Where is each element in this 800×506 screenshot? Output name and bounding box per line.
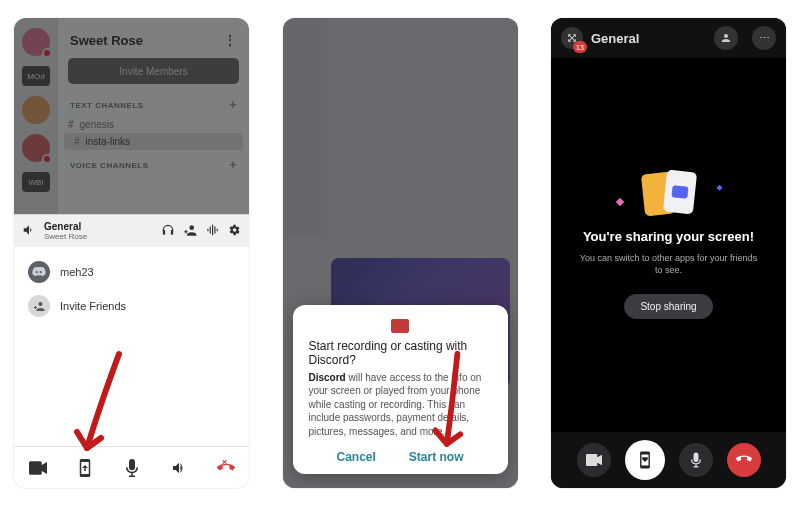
cancel-button[interactable]: Cancel	[337, 450, 376, 464]
invite-friends-label: Invite Friends	[60, 300, 126, 312]
hash-icon: #	[74, 136, 80, 147]
server-sidebar: MOd WBI	[14, 18, 58, 214]
text-channels-header[interactable]: TEXT CHANNELS	[70, 101, 144, 110]
participant-row[interactable]: meh23	[24, 255, 239, 289]
voice-channels-header[interactable]: VOICE CHANNELS	[70, 161, 149, 170]
cast-icon	[391, 319, 409, 333]
server-title: Sweet Rose	[70, 33, 143, 48]
mic-icon[interactable]	[126, 459, 138, 477]
speaker-icon[interactable]	[171, 460, 187, 476]
settings-icon[interactable]	[227, 223, 241, 240]
server-menu-icon[interactable]: ⋮	[223, 32, 237, 48]
call-controls-bar	[14, 446, 249, 488]
sharing-illustration	[639, 171, 699, 215]
voice-server-name: Sweet Rose	[44, 232, 153, 241]
dialog-title: Start recording or casting with Discord?	[309, 339, 492, 367]
sharing-heading: You're sharing your screen!	[583, 229, 754, 244]
noise-suppression-icon[interactable]	[205, 223, 219, 240]
channel-name: insta-links	[86, 136, 130, 147]
text-channel-item[interactable]: # insta-links	[64, 133, 243, 150]
screen-share-icon[interactable]	[77, 459, 93, 477]
server-avatar[interactable]: MOd	[22, 66, 50, 86]
notification-badge	[42, 48, 52, 58]
add-channel-icon[interactable]: +	[229, 158, 237, 172]
cast-permission-dialog: Start recording or casting with Discord?…	[293, 305, 508, 475]
voice-connected-panel: General Sweet Rose	[14, 214, 249, 247]
notification-badge: 13	[573, 41, 587, 53]
invite-members-button[interactable]: Invite Members	[68, 58, 239, 84]
screenshot-voice-channel: MOd WBI Sweet Rose ⋮ Invite Members TEXT…	[14, 18, 249, 488]
sparkle-icon	[717, 185, 723, 191]
add-channel-icon[interactable]: +	[229, 98, 237, 112]
mic-button[interactable]	[679, 443, 713, 477]
channel-list: Sweet Rose ⋮ Invite Members TEXT CHANNEL…	[58, 18, 249, 214]
invite-friends-row[interactable]: Invite Friends	[24, 289, 239, 323]
channel-name: genesis	[80, 119, 114, 130]
dialog-body: Discord will have access to the info on …	[309, 371, 492, 439]
voice-channel-name: General	[44, 221, 153, 232]
screenshot-sharing-screen: 13 General ⋯ You're sharing your screen!…	[551, 18, 786, 488]
video-button[interactable]	[577, 443, 611, 477]
sharing-status-area: You're sharing your screen! You can swit…	[551, 58, 786, 432]
server-avatar[interactable]	[22, 134, 50, 162]
headphones-icon[interactable]	[161, 223, 175, 240]
minimize-button[interactable]: 13	[561, 27, 583, 49]
server-avatar[interactable]	[22, 28, 50, 56]
hangup-button[interactable]	[727, 443, 761, 477]
screen-share-button-active[interactable]	[625, 440, 665, 480]
discord-avatar-icon	[28, 261, 50, 283]
server-avatar[interactable]: WBI	[22, 172, 50, 192]
server-avatar[interactable]	[22, 96, 50, 124]
notification-badge	[42, 154, 52, 164]
volume-icon	[22, 223, 36, 240]
hangup-icon[interactable]	[216, 460, 236, 476]
sharing-subtext: You can switch to other apps for your fr…	[579, 252, 759, 276]
stop-sharing-button[interactable]: Stop sharing	[624, 294, 712, 319]
channel-title: General	[591, 31, 706, 46]
more-icon[interactable]: ⋯	[752, 26, 776, 50]
video-icon[interactable]	[29, 461, 47, 475]
hash-icon: #	[68, 119, 74, 130]
members-icon[interactable]	[714, 26, 738, 50]
call-controls-bar	[551, 432, 786, 488]
voice-participants-area: meh23 Invite Friends	[14, 247, 249, 479]
channel-list-area: MOd WBI Sweet Rose ⋮ Invite Members TEXT…	[14, 18, 249, 214]
invite-user-icon[interactable]	[183, 223, 197, 240]
sparkle-icon	[615, 198, 623, 206]
participant-name: meh23	[60, 266, 94, 278]
text-channel-item[interactable]: # genesis	[58, 116, 249, 133]
add-user-icon	[28, 295, 50, 317]
call-header: 13 General ⋯	[551, 18, 786, 58]
start-now-button[interactable]: Start now	[409, 450, 464, 464]
screenshot-cast-dialog: Start recording or casting with Discord?…	[283, 18, 518, 488]
